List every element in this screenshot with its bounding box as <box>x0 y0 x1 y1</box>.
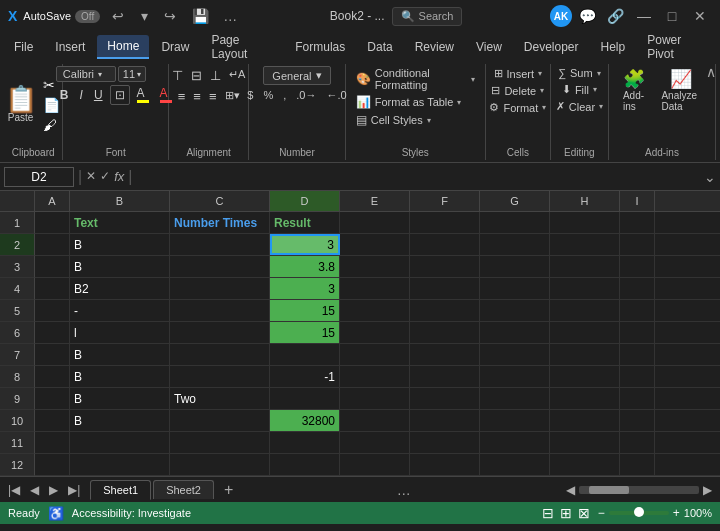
cell-i10[interactable] <box>620 410 655 431</box>
zoom-in-button[interactable]: + <box>673 506 680 520</box>
cell-d12[interactable] <box>270 454 340 475</box>
cell-f7[interactable] <box>410 344 480 365</box>
col-header-a[interactable]: A <box>35 191 70 211</box>
cell-g7[interactable] <box>480 344 550 365</box>
cell-d6[interactable]: 15 <box>270 322 340 343</box>
cell-h1[interactable] <box>550 212 620 233</box>
row-num-5[interactable]: 5 <box>0 300 35 322</box>
row-num-11[interactable]: 11 <box>0 432 35 454</box>
row-num-9[interactable]: 9 <box>0 388 35 410</box>
cell-g6[interactable] <box>480 322 550 343</box>
insert-cells-button[interactable]: ⊞ Insert ▾ <box>490 66 547 81</box>
cell-d5[interactable]: 15 <box>270 300 340 321</box>
cell-g2[interactable] <box>480 234 550 255</box>
align-left-button[interactable]: ≡ <box>175 87 189 106</box>
row-num-4[interactable]: 4 <box>0 278 35 300</box>
paste-button[interactable]: 📋 Paste <box>5 86 37 123</box>
maximize-button[interactable]: □ <box>660 4 684 28</box>
cell-g9[interactable] <box>480 388 550 409</box>
cell-e1[interactable] <box>340 212 410 233</box>
cell-g5[interactable] <box>480 300 550 321</box>
more-tools[interactable]: … <box>218 4 242 28</box>
cell-g8[interactable] <box>480 366 550 387</box>
undo-dropdown[interactable]: ▾ <box>132 4 156 28</box>
cell-h7[interactable] <box>550 344 620 365</box>
cell-f3[interactable] <box>410 256 480 277</box>
cell-a5[interactable] <box>35 300 70 321</box>
formula-input[interactable] <box>136 170 700 184</box>
cell-b11[interactable] <box>70 432 170 453</box>
cell-h9[interactable] <box>550 388 620 409</box>
cell-styles-button[interactable]: ▤ Cell Styles ▾ <box>352 112 479 128</box>
scroll-right-button[interactable]: ▶ <box>703 483 712 497</box>
font-family-dropdown[interactable]: Calibri ▾ <box>56 66 116 82</box>
cell-f8[interactable] <box>410 366 480 387</box>
cell-f10[interactable] <box>410 410 480 431</box>
cell-b6[interactable]: l <box>70 322 170 343</box>
cell-i11[interactable] <box>620 432 655 453</box>
number-format-dropdown[interactable]: General ▾ <box>263 66 330 85</box>
tab-power-pivot[interactable]: Power Pivot <box>637 29 716 65</box>
align-center-button[interactable]: ≡ <box>190 87 204 106</box>
tab-file[interactable]: File <box>4 36 43 58</box>
cell-e12[interactable] <box>340 454 410 475</box>
align-middle-button[interactable]: ⊟ <box>188 66 205 85</box>
cell-e4[interactable] <box>340 278 410 299</box>
col-header-f[interactable]: F <box>410 191 480 211</box>
cell-reference-input[interactable] <box>4 167 74 187</box>
row-num-2[interactable]: 2 <box>0 234 35 256</box>
cell-f12[interactable] <box>410 454 480 475</box>
cell-g10[interactable] <box>480 410 550 431</box>
cell-b1[interactable]: Text <box>70 212 170 233</box>
fill-color-button[interactable]: A <box>133 84 153 105</box>
cell-b3[interactable]: B <box>70 256 170 277</box>
cell-c3[interactable] <box>170 256 270 277</box>
tab-insert[interactable]: Insert <box>45 36 95 58</box>
accessibility-icon[interactable]: ♿ <box>48 506 64 521</box>
conditional-formatting-button[interactable]: 🎨 Conditional Formatting ▾ <box>352 66 479 92</box>
cell-e9[interactable] <box>340 388 410 409</box>
tab-view[interactable]: View <box>466 36 512 58</box>
cell-d3[interactable]: 3.8 <box>270 256 340 277</box>
normal-view-button[interactable]: ⊟ <box>542 505 554 521</box>
col-header-i[interactable]: I <box>620 191 655 211</box>
cell-c6[interactable] <box>170 322 270 343</box>
underline-button[interactable]: U <box>90 86 107 104</box>
italic-button[interactable]: I <box>76 86 87 104</box>
cell-d9[interactable] <box>270 388 340 409</box>
cell-c10[interactable] <box>170 410 270 431</box>
col-header-b[interactable]: B <box>70 191 170 211</box>
bold-button[interactable]: B <box>56 86 73 104</box>
border-button[interactable]: ⊡ <box>110 85 130 105</box>
cell-f4[interactable] <box>410 278 480 299</box>
cell-b8[interactable]: B <box>70 366 170 387</box>
cell-c8[interactable] <box>170 366 270 387</box>
ribbon-toggle[interactable]: 💬 <box>576 4 600 28</box>
scrollbar-thumb[interactable] <box>589 486 629 494</box>
fill-button[interactable]: ⬇ Fill ▾ <box>558 82 601 97</box>
cell-b10[interactable]: B <box>70 410 170 431</box>
cell-c9[interactable]: Two <box>170 388 270 409</box>
addins-button[interactable]: 🧩 Add-ins <box>617 66 652 114</box>
cell-a1[interactable] <box>35 212 70 233</box>
currency-button[interactable]: $ <box>243 87 257 103</box>
cell-i2[interactable] <box>620 234 655 255</box>
autosave-state[interactable]: Off <box>75 10 100 23</box>
nav-first-button[interactable]: |◀ <box>4 481 24 499</box>
save-icon[interactable]: 💾 <box>188 4 212 28</box>
formula-confirm-button[interactable]: ✓ <box>100 169 110 184</box>
cell-f6[interactable] <box>410 322 480 343</box>
cell-c2[interactable] <box>170 234 270 255</box>
close-button[interactable]: ✕ <box>688 4 712 28</box>
cell-h12[interactable] <box>550 454 620 475</box>
cell-i6[interactable] <box>620 322 655 343</box>
cell-b5[interactable]: - <box>70 300 170 321</box>
horizontal-scrollbar[interactable]: ◀ ▶ <box>566 483 712 497</box>
page-break-view-button[interactable]: ⊠ <box>578 505 590 521</box>
col-header-e[interactable]: E <box>340 191 410 211</box>
cell-c11[interactable] <box>170 432 270 453</box>
tab-draw[interactable]: Draw <box>151 36 199 58</box>
cell-b2[interactable]: B <box>70 234 170 255</box>
cell-g12[interactable] <box>480 454 550 475</box>
cell-d11[interactable] <box>270 432 340 453</box>
